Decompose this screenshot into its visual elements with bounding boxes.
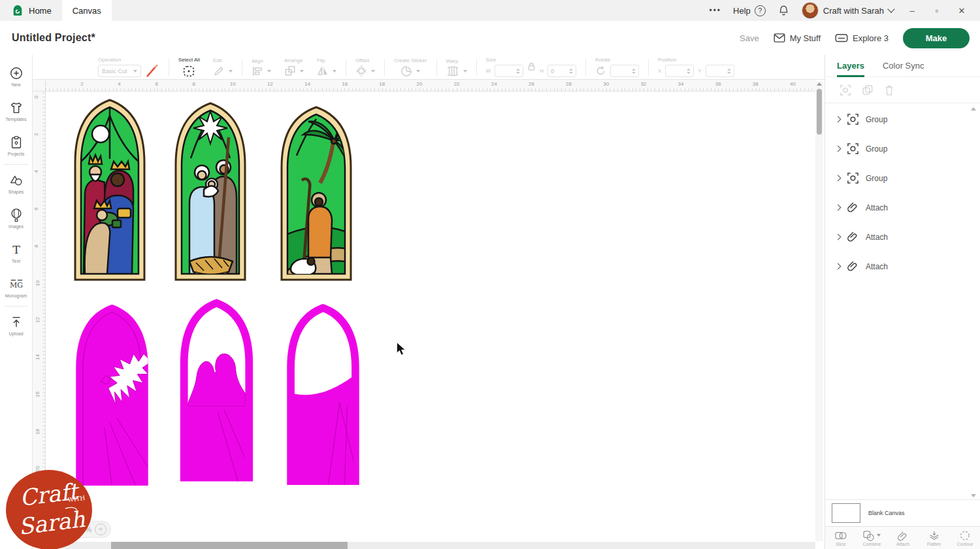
chevron-right-icon[interactable] [835,116,841,123]
artwork-silhouette-holy-family[interactable] [177,295,256,484]
height-input[interactable]: 0 [547,65,576,77]
artwork-stained-glass-holy-family[interactable] [171,99,250,283]
chevron-right-icon[interactable] [835,205,841,211]
sidebar-item-shapes[interactable]: Shapes [0,166,32,201]
flatten-button[interactable]: Flatten [919,527,950,549]
canvas-color-swatch[interactable] [832,503,860,523]
artwork-silhouette-magi[interactable] [72,302,152,487]
tab-canvas[interactable]: Canvas [62,0,112,21]
layer-row-group[interactable]: Group [825,163,980,193]
stepper-icon[interactable] [687,69,691,74]
artwork-silhouette-shepherd[interactable] [284,301,363,486]
sidebar-item-new[interactable]: New [0,59,32,93]
chevron-down-icon [371,70,375,73]
select-all-label: Select All [178,57,200,63]
horizontal-scrollbar-thumb[interactable] [111,542,348,549]
overflow-menu-button[interactable]: ••• [709,6,721,15]
rotate-group: Rotate [595,57,639,77]
trash-icon[interactable] [884,84,894,96]
pen-color-icon[interactable] [145,65,159,78]
tab-color-sync[interactable]: Color Sync [883,55,924,77]
close-button[interactable]: ✕ [955,6,968,16]
vertical-scrollbar[interactable] [815,81,823,541]
layer-actions-bar: Slice Combine Attach Flatten Contour [825,526,980,549]
size-label: Size [486,57,497,63]
lock-icon[interactable] [527,61,536,71]
attach-icon [847,260,859,273]
stepper-icon[interactable] [632,69,636,74]
create-sticker-button[interactable] [400,65,420,77]
zoom-in-button[interactable]: + [95,524,106,535]
sidebar-item-label: Images [8,224,24,229]
chevron-right-icon[interactable] [835,175,841,182]
pencil-icon [213,65,225,77]
chevron-down-icon [463,70,467,73]
sidebar-item-projects[interactable]: Projects [0,128,32,163]
text-icon: T [9,242,24,257]
rotate-label: Rotate [595,57,611,63]
duplicate-icon[interactable] [862,84,874,96]
account-menu[interactable]: Craft with Sarah [802,2,894,19]
action-label: Combine [862,542,881,546]
my-stuff-button[interactable]: My Stuff [774,33,821,43]
make-button[interactable]: Make [903,28,970,48]
select-all-icon[interactable] [182,65,195,78]
notifications-bell-icon[interactable] [777,5,790,17]
horizontal-scrollbar[interactable] [46,542,815,549]
layer-row-attach[interactable]: Attach [825,222,980,252]
sidebar-item-text[interactable]: T Text [0,235,32,270]
position-x-input[interactable] [665,65,694,77]
stepper-icon[interactable] [569,69,573,74]
layer-row-attach[interactable]: Attach [825,193,980,222]
chevron-right-icon[interactable] [835,234,841,241]
rotate-input[interactable] [610,65,639,77]
tab-home[interactable]: Home [0,0,62,21]
group-disabled-icon[interactable] [840,84,851,96]
tab-layers[interactable]: Layers [837,55,864,77]
maximize-button[interactable]: ▫ [930,6,943,16]
sidebar-item-upload[interactable]: Upload [0,308,32,342]
artwork-stained-glass-magi[interactable] [71,96,149,283]
blank-canvas-row[interactable]: Blank Canvas [825,499,980,526]
help-button[interactable]: Help ? [733,5,766,16]
stepper-icon[interactable] [727,69,731,74]
chevron-right-icon[interactable] [835,263,841,270]
sidebar-item-label: New [11,82,20,87]
group-icon [847,172,859,184]
offset-label: Offset [355,58,369,63]
warp-button[interactable] [446,66,467,76]
width-input[interactable] [495,65,523,77]
machine-select-button[interactable]: Explore 3 [835,33,889,43]
sidebar-item-templates[interactable]: Templates [0,93,32,128]
group-icon [847,142,859,155]
offset-button[interactable] [355,65,375,76]
artwork-stained-glass-shepherd[interactable] [277,103,356,283]
layer-row-group[interactable]: Group [825,105,980,134]
contour-button[interactable]: Contour [949,527,980,549]
minimize-button[interactable]: – [906,6,919,16]
sidebar-item-images[interactable]: Images [0,201,32,235]
attach-button[interactable]: Attach [887,527,919,549]
sidebar-item-label: Projects [8,152,24,156]
slice-button[interactable]: Slice [825,527,857,549]
flip-button[interactable] [317,65,336,76]
combine-button[interactable]: Combine [857,527,888,549]
scroll-up-icon[interactable] [971,107,976,110]
edit-button[interactable] [213,65,233,77]
stepper-icon[interactable] [516,69,520,74]
scroll-down-icon[interactable] [971,494,976,497]
sidebar-item-monogram[interactable]: MG Monogram [0,270,32,305]
scroll-up-icon[interactable] [817,82,822,86]
operation-select[interactable]: Basic Cut [98,65,141,77]
save-button[interactable]: Save [740,33,759,43]
align-icon [252,66,263,76]
align-button[interactable] [252,66,271,76]
action-label: Attach [896,542,909,546]
arrange-group: Arrange [284,58,304,76]
layer-row-attach[interactable]: Attach [825,252,980,281]
layer-row-group[interactable]: Group [825,134,980,163]
vertical-scrollbar-thumb[interactable] [817,89,822,135]
chevron-right-icon[interactable] [835,146,841,152]
arrange-button[interactable] [284,65,304,76]
position-y-input[interactable] [706,65,734,77]
